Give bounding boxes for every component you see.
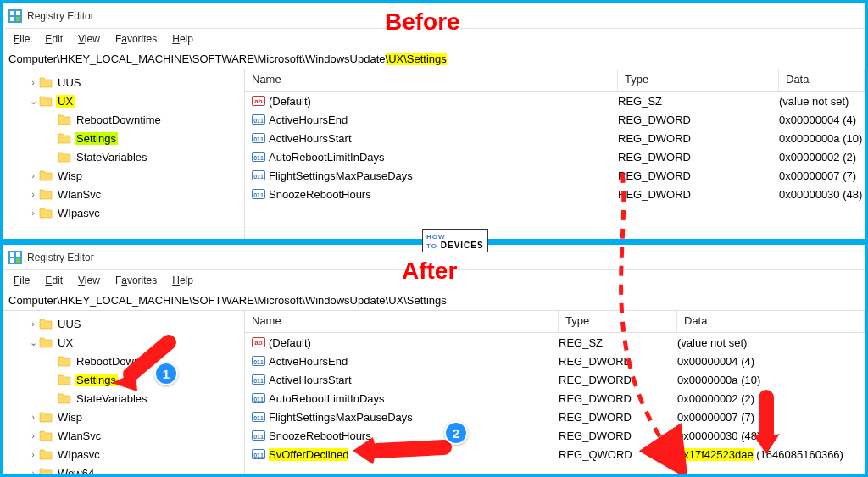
folder-icon bbox=[39, 447, 53, 461]
value-type: REG_DWORD bbox=[559, 411, 677, 424]
col-data[interactable]: Data bbox=[779, 69, 865, 91]
menu-file[interactable]: File bbox=[7, 273, 36, 288]
folder-icon bbox=[58, 150, 71, 164]
list-row[interactable]: FlightSettingsMaxPauseDays REG_DWORD 0x0… bbox=[245, 408, 865, 426]
tree-item-ux[interactable]: ⌄UX bbox=[7, 333, 244, 352]
tree-item-wipasvc[interactable]: ›WIpasvc bbox=[7, 445, 244, 463]
value-name: ActiveHoursEnd bbox=[269, 114, 348, 126]
value-data: 0x00000030 (48) bbox=[677, 430, 865, 442]
value-data: 0x00000007 (7) bbox=[677, 411, 865, 424]
list-header[interactable]: Name Type Data bbox=[245, 311, 865, 333]
value-type: REG_DWORD bbox=[618, 114, 779, 126]
value-data: 0x0000000a (10) bbox=[779, 132, 865, 145]
binary-value-icon bbox=[252, 187, 265, 201]
value-type: REG_DWORD bbox=[618, 169, 779, 182]
list-row[interactable]: ActiveHoursEnd REG_DWORD 0x00000004 (4) bbox=[245, 352, 865, 370]
col-name[interactable]: Name bbox=[245, 69, 618, 91]
folder-icon bbox=[39, 336, 53, 349]
list-row-svofferdeclined[interactable]: SvOfferDeclined REG_QWORD 0x17f42523dae … bbox=[245, 445, 865, 463]
tree-item-wisp[interactable]: ›Wisp bbox=[7, 166, 244, 185]
tree-item-settings[interactable]: Settings bbox=[7, 370, 244, 389]
value-data: 0x00000002 (2) bbox=[677, 392, 865, 405]
list-row[interactable]: (Default) REG_SZ (value not set) bbox=[245, 92, 865, 110]
menu-view[interactable]: View bbox=[71, 31, 107, 47]
binary-value-icon bbox=[252, 150, 265, 164]
address-bar[interactable]: Computer\HKEY_LOCAL_MACHINE\SOFTWARE\Mic… bbox=[3, 291, 865, 311]
folder-icon bbox=[39, 466, 53, 474]
value-data: 0x00000002 (2) bbox=[779, 151, 865, 164]
address-bar[interactable]: Computer\HKEY_LOCAL_MACHINE\SOFTWARE\Mic… bbox=[3, 49, 865, 69]
after-label: After bbox=[402, 258, 457, 285]
list-row[interactable]: ActiveHoursStart REG_DWORD 0x0000000a (1… bbox=[245, 370, 865, 389]
tree-item-statevars[interactable]: StateVariables bbox=[7, 147, 244, 166]
regedit-window-before: Registry Editor File Edit View Favorites… bbox=[3, 3, 865, 239]
value-type: REG_DWORD bbox=[559, 355, 677, 368]
values-list[interactable]: Name Type Data (Default) REG_SZ (value n… bbox=[244, 69, 865, 239]
value-type: REG_DWORD bbox=[618, 151, 779, 164]
value-type: REG_DWORD bbox=[618, 188, 779, 201]
value-type: REG_DWORD bbox=[559, 374, 677, 386]
tree-item-settings[interactable]: Settings bbox=[7, 129, 244, 147]
tree-item-reboot[interactable]: RebootDowntime bbox=[7, 110, 244, 129]
tree-item-wow64[interactable]: ›Wow64 bbox=[7, 463, 244, 474]
list-row[interactable]: AutoRebootLimitInDays REG_DWORD 0x000000… bbox=[245, 389, 865, 408]
value-type: REG_QWORD bbox=[559, 448, 677, 461]
binary-value-icon bbox=[252, 131, 265, 145]
folder-icon bbox=[58, 113, 71, 126]
tree-item-wipasvc[interactable]: ›WIpasvc bbox=[7, 203, 244, 222]
folder-icon bbox=[39, 317, 53, 330]
tree-item-wlansvc[interactable]: ›WlanSvc bbox=[7, 185, 244, 203]
list-row[interactable]: SnoozeRebootHours REG_DWORD 0x00000030 (… bbox=[245, 426, 865, 445]
menu-view[interactable]: View bbox=[71, 273, 107, 288]
window-title: Registry Editor bbox=[27, 10, 94, 22]
col-name[interactable]: Name bbox=[245, 311, 559, 332]
menu-favorites[interactable]: Favorites bbox=[108, 273, 164, 288]
value-name: SvOfferDeclined bbox=[269, 448, 348, 461]
tree-item-ux[interactable]: ⌄UX bbox=[7, 92, 244, 110]
col-type[interactable]: Type bbox=[618, 69, 779, 91]
menu-help[interactable]: Help bbox=[165, 273, 200, 288]
menu-file[interactable]: File bbox=[7, 31, 36, 47]
menu-edit[interactable]: Edit bbox=[38, 31, 70, 47]
list-row[interactable]: FlightSettingsMaxPauseDays REG_DWORD 0x0… bbox=[245, 166, 865, 185]
values-list[interactable]: Name Type Data (Default) REG_SZ (value n… bbox=[244, 311, 865, 474]
tree-item-uus[interactable]: ›UUS bbox=[7, 314, 244, 333]
tree-item-statevars[interactable]: StateVariables bbox=[7, 389, 244, 408]
tree-item-uus[interactable]: ›UUS bbox=[7, 73, 244, 92]
address-text: Computer\HKEY_LOCAL_MACHINE\SOFTWARE\Mic… bbox=[8, 53, 386, 65]
value-name: (Default) bbox=[269, 95, 311, 108]
value-name: AutoRebootLimitInDays bbox=[269, 151, 385, 164]
value-data: 0x00000007 (7) bbox=[779, 169, 865, 182]
menu-edit[interactable]: Edit bbox=[38, 273, 70, 288]
regedit-app-icon bbox=[8, 9, 22, 23]
value-data: 0x0000000a (10) bbox=[677, 374, 865, 386]
value-name: FlightSettingsMaxPauseDays bbox=[269, 169, 413, 182]
list-header[interactable]: Name Type Data bbox=[245, 69, 865, 92]
menu-help[interactable]: Help bbox=[165, 31, 200, 47]
binary-value-icon bbox=[252, 169, 265, 182]
col-type[interactable]: Type bbox=[559, 311, 677, 332]
col-data[interactable]: Data bbox=[677, 311, 865, 332]
value-type: REG_SZ bbox=[559, 336, 677, 349]
tree-item-wlansvc[interactable]: ›WlanSvc bbox=[7, 426, 244, 445]
list-row[interactable]: (Default) REG_SZ (value not set) bbox=[245, 333, 865, 352]
menu-favorites[interactable]: Favorites bbox=[108, 31, 164, 47]
tree-item-wisp[interactable]: ›Wisp bbox=[7, 408, 244, 426]
value-type: REG_DWORD bbox=[618, 132, 779, 145]
tree-view[interactable]: ›UUS ⌄UX RebootDowntime Settings StateVa… bbox=[3, 69, 244, 239]
value-name: FlightSettingsMaxPauseDays bbox=[269, 411, 413, 424]
list-row[interactable]: AutoRebootLimitInDays REG_DWORD 0x000000… bbox=[245, 147, 865, 166]
tree-view[interactable]: ›UUS ⌄UX RebootDown Settings StateVariab… bbox=[3, 311, 244, 474]
value-name: ActiveHoursStart bbox=[269, 374, 352, 386]
tree-item-reboot[interactable]: RebootDown bbox=[7, 352, 244, 370]
list-row[interactable]: ActiveHoursEnd REG_DWORD 0x00000004 (4) bbox=[245, 110, 865, 129]
value-name: SnoozeRebootHours bbox=[269, 188, 371, 201]
step-badge-2: 2 bbox=[444, 421, 468, 445]
binary-value-icon bbox=[252, 447, 265, 461]
folder-icon bbox=[58, 391, 71, 405]
list-row[interactable]: ActiveHoursStart REG_DWORD 0x0000000a (1… bbox=[245, 129, 865, 147]
folder-icon bbox=[39, 410, 53, 424]
list-row[interactable]: SnoozeRebootHours REG_DWORD 0x00000030 (… bbox=[245, 185, 865, 203]
folder-icon bbox=[58, 354, 71, 368]
binary-value-icon bbox=[252, 373, 265, 386]
